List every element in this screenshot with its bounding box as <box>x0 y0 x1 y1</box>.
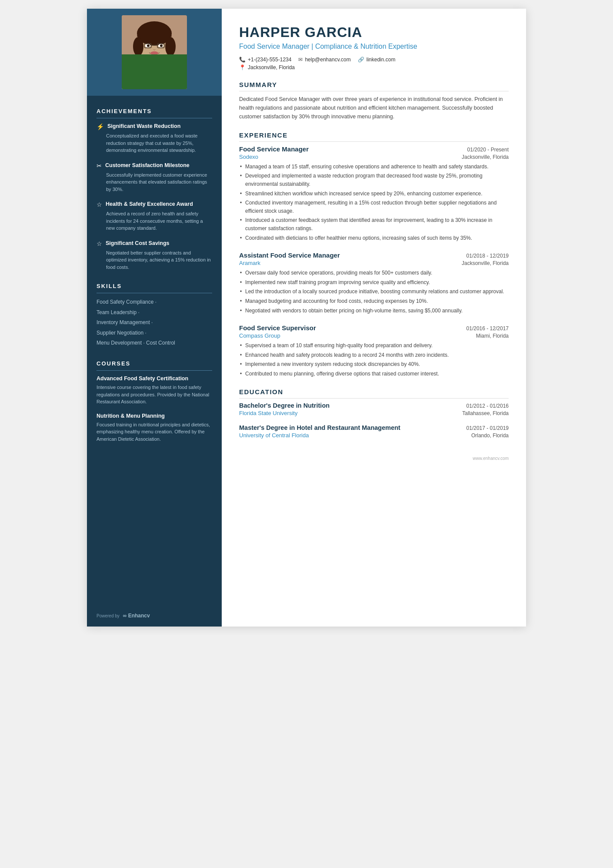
location-icon: 📍 <box>239 64 246 70</box>
exp-job-title: Food Service Supervisor <box>239 324 316 332</box>
exp-bullet: Oversaw daily food service operations, p… <box>239 269 509 277</box>
svg-rect-1 <box>122 61 187 89</box>
exp-dates: 01/2018 - 12/2019 <box>466 253 509 259</box>
exp-location: Jacksonville, Florida <box>462 154 509 160</box>
exp-bullet: Introduced a customer feedback system th… <box>239 216 509 232</box>
edu-degree: Master's Degree in Hotel and Restaurant … <box>239 424 400 431</box>
svg-point-5 <box>133 37 143 56</box>
powered-by-label: Powered by <box>97 613 120 618</box>
edu-school: University of Central Florida <box>239 432 309 439</box>
education-item: Bachelor's Degree in Nutrition 01/2012 -… <box>239 402 509 416</box>
achievement-desc: Negotiated better supplier contracts and… <box>97 249 212 271</box>
achievements-list: ⚡ Significant Waste Reduction Conceptual… <box>97 123 212 271</box>
achievement-title: Customer Satisfaction Milestone <box>105 162 190 169</box>
footer-website: www.enhancv.com <box>473 456 509 461</box>
course-title: Advanced Food Safety Certification <box>97 375 212 382</box>
main-footer: www.enhancv.com <box>239 456 509 461</box>
phone-icon: 📞 <box>239 57 246 63</box>
website-contact: 🔗 linkedin.com <box>358 57 396 63</box>
exp-location: Jacksonville, Florida <box>462 260 509 266</box>
exp-company: Compass Group <box>239 332 280 339</box>
location-value: Jacksonville, Florida <box>248 64 295 70</box>
svg-point-9 <box>147 44 150 47</box>
course-desc: Focused training in nutritional principl… <box>97 421 212 443</box>
exp-job-title: Assistant Food Service Manager <box>239 251 340 259</box>
course-title: Nutrition & Menu Planning <box>97 412 212 419</box>
exp-bullet: Managed budgeting and accounting for foo… <box>239 297 509 305</box>
sidebar-content: ACHIEVEMENTS ⚡ Significant Waste Reducti… <box>87 96 222 467</box>
exp-company: Aramark <box>239 260 260 266</box>
exp-bullet: Implemented a new inventory system reduc… <box>239 360 509 369</box>
education-list: Bachelor's Degree in Nutrition 01/2012 -… <box>239 402 509 439</box>
website-value: linkedin.com <box>366 57 396 63</box>
achievement-item: ⚡ Significant Waste Reduction Conceptual… <box>97 123 212 154</box>
exp-dates: 01/2016 - 12/2017 <box>466 325 509 332</box>
achievements-title: ACHIEVEMENTS <box>97 108 212 118</box>
svg-point-6 <box>165 37 176 56</box>
phone-value: +1-(234)-555-1234 <box>248 57 291 63</box>
exp-bullet: Enhanced health and safety protocols lea… <box>239 351 509 359</box>
link-icon: 🔗 <box>358 57 364 63</box>
experience-item: Food Service Manager 01/2020 - Present S… <box>239 145 509 242</box>
course-item: Advanced Food Safety Certification Inten… <box>97 375 212 406</box>
exp-dates: 01/2020 - Present <box>467 147 509 153</box>
skills-list: Food Safety Compliance ·Team Leadership … <box>97 298 212 348</box>
courses-section: COURSES Advanced Food Safety Certificati… <box>97 360 212 443</box>
edu-location: Tallahassee, Florida <box>462 410 509 416</box>
experience-list: Food Service Manager 01/2020 - Present S… <box>239 145 509 378</box>
experience-item: Assistant Food Service Manager 01/2018 -… <box>239 251 509 315</box>
achievement-title: Significant Cost Savings <box>106 240 170 247</box>
courses-list: Advanced Food Safety Certification Inten… <box>97 375 212 443</box>
svg-rect-2 <box>149 54 160 64</box>
course-desc: Intensive course covering the latest in … <box>97 384 212 406</box>
sidebar: ACHIEVEMENTS ⚡ Significant Waste Reducti… <box>87 9 222 627</box>
achievement-title: Health & Safety Excellence Award <box>106 201 193 208</box>
resume-document: ACHIEVEMENTS ⚡ Significant Waste Reducti… <box>87 9 526 627</box>
experience-item: Food Service Supervisor 01/2016 - 12/201… <box>239 324 509 378</box>
achievement-desc: Conceptualized and executed a food waste… <box>97 132 212 154</box>
exp-bullet: Implemented new staff training program i… <box>239 278 509 287</box>
education-section: EDUCATION Bachelor's Degree in Nutrition… <box>239 388 509 439</box>
skill-item: Inventory Management · <box>97 318 212 328</box>
achievement-item: ☆ Significant Cost Savings Negotiated be… <box>97 240 212 271</box>
edu-dates: 01/2012 - 01/2016 <box>466 403 509 409</box>
experience-section: EXPERIENCE Food Service Manager 01/2020 … <box>239 131 509 378</box>
photo-section <box>87 9 222 96</box>
exp-job-title: Food Service Manager <box>239 145 309 153</box>
phone-contact: 📞 +1-(234)-555-1234 <box>239 57 291 63</box>
candidate-title: Food Service Manager | Compliance & Nutr… <box>239 42 509 51</box>
svg-point-10 <box>160 44 163 47</box>
achievement-desc: Successfully implemented customer experi… <box>97 171 212 193</box>
experience-title: EXPERIENCE <box>239 131 509 142</box>
exp-location: Miami, Florida <box>476 333 509 339</box>
svg-point-14 <box>150 51 158 55</box>
achievement-icon: ☆ <box>97 201 102 208</box>
achievements-section: ACHIEVEMENTS ⚡ Significant Waste Reducti… <box>97 108 212 271</box>
edu-location: Orlando, Florida <box>471 432 509 439</box>
exp-bullet: Contributed to menu planning, offering d… <box>239 370 509 378</box>
achievement-desc: Achieved a record of zero health and saf… <box>97 210 212 232</box>
education-item: Master's Degree in Hotel and Restaurant … <box>239 424 509 439</box>
summary-section: SUMMARY Dedicated Food Service Manager w… <box>239 81 509 121</box>
enhancv-brand: ∞ Enhancv <box>123 613 150 619</box>
course-item: Nutrition & Menu Planning Focused traini… <box>97 412 212 443</box>
skill-item: Team Leadership · <box>97 308 212 318</box>
candidate-photo <box>122 15 187 89</box>
achievement-icon: ⚡ <box>97 123 104 130</box>
sidebar-footer: Powered by ∞ Enhancv <box>87 605 222 627</box>
exp-bullet: Streamlined kitchen workflow which incre… <box>239 190 509 198</box>
skills-title: SKILLS <box>97 283 212 293</box>
email-value: help@enhancv.com <box>305 57 350 63</box>
exp-bullet: Supervised a team of 10 staff ensuring h… <box>239 342 509 350</box>
exp-bullet: Developed and implemented a waste reduct… <box>239 172 509 188</box>
candidate-header: HARPER GARCIA Food Service Manager | Com… <box>239 24 509 70</box>
achievement-item: ☆ Health & Safety Excellence Award Achie… <box>97 201 212 232</box>
achievement-title: Significant Waste Reduction <box>107 123 180 130</box>
email-contact: ✉ help@enhancv.com <box>298 57 350 63</box>
education-title: EDUCATION <box>239 388 509 399</box>
exp-bullet: Led the introduction of a locally source… <box>239 288 509 296</box>
exp-bullet: Conducted inventory management, resultin… <box>239 199 509 215</box>
achievement-icon: ☆ <box>97 240 102 247</box>
exp-bullet: Coordinated with dieticians to offer hea… <box>239 234 509 242</box>
email-icon: ✉ <box>298 57 303 63</box>
